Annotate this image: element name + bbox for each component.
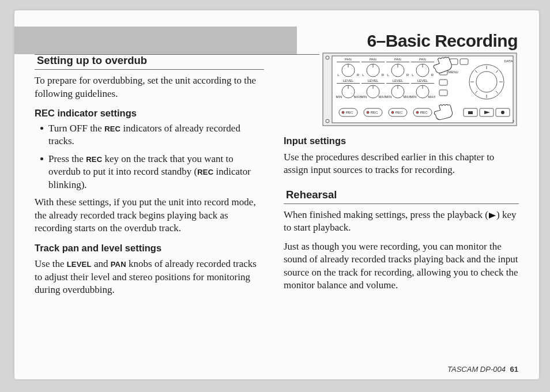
svg-rect-51 [411,62,434,62]
svg-text:MIN: MIN [361,95,367,99]
page-footer: TASCAM DP-004 61 [447,365,518,374]
section-rehearsal: Rehearsal [284,186,519,204]
pan-label: PAN [111,260,126,269]
rec-label: REC [104,125,120,133]
svg-point-48 [391,111,394,114]
svg-text:MENU: MENU [448,70,458,74]
svg-point-88 [501,111,504,114]
overdub-intro: To prepare for overdubbing, set the unit… [35,74,264,100]
subhead-input-settings: Input settings [284,135,519,148]
svg-rect-70 [439,80,447,85]
header-gray-bar [14,27,297,54]
subhead-rec-indicator-settings: REC indicator settings [35,107,264,120]
page-number: 61 [510,365,518,374]
svg-rect-36 [386,62,409,62]
svg-rect-27 [361,83,385,84]
svg-text:REC: REC [346,111,353,114]
svg-text:REC: REC [420,111,428,114]
svg-text:MIN: MIN [336,95,342,99]
svg-text:MIN: MIN [410,95,417,99]
level-label: LEVEL [67,260,92,269]
chapter-title: 6–Basic Recording [367,31,519,51]
svg-text:LEVEL: LEVEL [368,79,379,82]
svg-text:MIN: MIN [386,95,392,99]
svg-text:LEVEL: LEVEL [343,79,354,82]
rec-label: REC [197,168,213,176]
svg-rect-6 [337,62,360,62]
rec-label: REC [86,155,102,164]
svg-rect-86 [468,111,473,114]
svg-rect-42 [386,83,409,84]
svg-text:PAN: PAN [345,58,352,61]
svg-text:R: R [382,73,385,77]
svg-text:REC: REC [395,111,403,114]
svg-text:PAN: PAN [419,58,426,61]
footer-product: TASCAM DP-004 [447,365,506,374]
svg-text:R: R [357,73,360,77]
svg-point-18 [342,111,344,114]
svg-text:REC: REC [371,111,378,114]
chapter-header: 6–Basic Recording [14,27,519,55]
track-pan-level-para: Use the LEVEL and PAN knobs of already r… [35,258,264,296]
svg-text:R: R [406,73,409,77]
input-settings-para: Use the procedures described earlier in … [284,151,519,177]
svg-text:LEVEL: LEVEL [417,79,428,82]
svg-rect-71 [439,90,447,96]
svg-point-63 [416,111,419,114]
device-illustration: PAN L R LEVEL MIN MAX [319,52,519,127]
svg-point-74 [476,71,497,92]
svg-rect-21 [361,62,385,62]
svg-text:PAN: PAN [394,58,401,61]
rehearsal-para2: Just as though you were recording, you c… [284,240,519,292]
right-column: PAN L R LEVEL MIN MAX [284,52,519,303]
subhead-track-pan-level: Track pan and level settings [35,242,264,255]
svg-text:DATA: DATA [504,59,513,63]
rehearsal-para1: When finished making settings, press the… [284,209,519,235]
svg-rect-12 [337,83,360,84]
list-item: Press the REC key on the track that you … [40,153,264,191]
svg-rect-67 [460,59,468,65]
svg-point-33 [367,111,369,114]
svg-text:R: R [431,73,434,77]
list-item: Turn OFF the REC indicators of already r… [40,122,264,148]
manual-page: 6–Basic Recording Setting up to overdub … [14,10,539,379]
svg-text:PAN: PAN [370,58,376,61]
left-column: Setting up to overdub To prepare for ove… [35,52,264,303]
rec-indicator-list: Turn OFF the REC indicators of already r… [35,122,264,191]
svg-text:LEVEL: LEVEL [393,79,404,82]
rec-indicator-para: With these settings, if you put the unit… [35,196,264,235]
svg-text:MAX: MAX [428,95,435,99]
svg-rect-57 [411,83,434,84]
play-icon [489,213,496,218]
